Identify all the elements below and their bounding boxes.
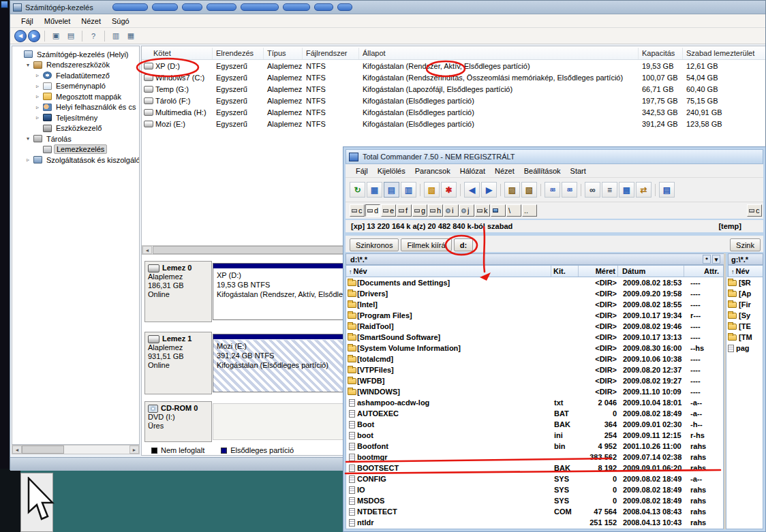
tree-item-3[interactable]: ▹Eseménynapló [12,81,139,92]
volume-row[interactable]: Windows7 (C:)EgyszerűAlaplemezNTFSKifogá… [142,72,765,83]
tc-menu-item-1[interactable]: Kijelölés [373,166,410,176]
file-row[interactable]: BootBAK3642009.09.01 02:30-h-- [346,419,723,430]
drive-button-\[interactable]: \ [506,204,521,217]
disk-label-box[interactable]: Lemez 0Alaplemez186,31 GBOnline [144,261,212,322]
column-header-dtum[interactable]: Dátum [618,266,684,277]
file-row[interactable]: bootmgr383 5622009.07.14 02:38rahs [346,452,723,463]
show-all-files-icon[interactable]: ✱ [441,182,457,198]
file-row[interactable]: [Documents and Settings]<DIR>2009.08.02 … [346,277,723,288]
tree-item-10[interactable]: ▹Szolgáltatások és kiszolgáló [12,155,139,166]
tree-expander-icon[interactable]: ▹ [34,93,41,99]
tc-menu-item-5[interactable]: Beállítások [519,166,566,176]
unpack-icon[interactable]: ▧ [521,182,537,198]
file-row[interactable]: ntldr251 1522008.04.13 10:43rahs [346,517,723,528]
refresh-icon[interactable]: ↻ [350,182,365,198]
file-row[interactable]: [WFDB]<DIR>2009.08.02 19:27---- [346,375,723,386]
file-row[interactable]: BOOTSECTBAK8 1922009.09.01 06:20rahs [346,463,723,473]
view-full-icon[interactable]: ▥ [401,182,416,198]
volume-column-header-4[interactable]: Állapot [359,48,639,59]
file-row[interactable]: [totalcmd]<DIR>2009.10.06 10:38---- [346,354,723,364]
drive-button-j[interactable]: j [459,204,474,217]
window-icon[interactable]: ▣ [49,29,63,43]
tc-titlebar[interactable]: Total Commander 7.50 - NEM REGISZTRÁLT [346,149,763,164]
user-button-1[interactable]: Filmek kiírá [401,238,451,251]
column-header-nv[interactable]: ↑Név [346,266,551,277]
drive-button-f[interactable]: f [397,204,412,217]
taskbar-button[interactable] [241,3,279,11]
right-file-row[interactable]: [TM [726,332,763,343]
right-panel-tab[interactable]: Szink [730,238,761,251]
tree-expander-icon[interactable]: ▾ [25,62,31,68]
tree-item-5[interactable]: ▹Helyi felhasználók és cs [12,102,139,113]
tree-item-4[interactable]: ▹Megosztott mappák [12,91,139,102]
ftp-new-connection-icon[interactable]: 88 [562,182,577,198]
file-row[interactable]: Bootfontbin4 9522001.10.26 11:00rahs [346,441,723,452]
document-icon[interactable]: ▤ [64,29,78,43]
tree-expander-icon[interactable]: ▹ [34,104,41,110]
file-row[interactable]: [Program Files]<DIR>2009.10.17 19:34r--- [346,310,723,321]
file-row[interactable]: NTDETECTCOM47 5642008.04.13 08:43rahs [346,506,723,517]
forward-icon[interactable]: ▶ [481,182,497,198]
right-file-row[interactable]: pag [726,343,763,354]
right-panel-drive-button[interactable]: c [747,204,762,217]
tree-hscrollbar[interactable]: ◄ ► [12,445,140,454]
back-icon[interactable]: ◀ [14,30,27,42]
tree-item-2[interactable]: ▹Feladatütemező [12,70,139,81]
history-dropdown-button[interactable]: ▾ [712,255,720,264]
favorites-star-button[interactable]: * [703,255,711,264]
right-file-row[interactable]: [Sy [726,310,763,321]
taskbar-button[interactable] [337,3,352,11]
drive-button-d[interactable]: d [365,204,380,217]
left-panel-path[interactable]: d:\*.* * ▾ [346,253,725,265]
scroll-left-icon[interactable]: ◄ [12,445,22,454]
pack-icon[interactable]: ▨ [504,182,520,198]
file-row[interactable]: [SmartSound Software]<DIR>2009.10.17 13:… [346,332,723,343]
tree-expander-icon[interactable]: ▹ [34,72,41,78]
help-icon[interactable]: ? [87,29,100,43]
tree-expander-icon[interactable]: ▹ [34,83,41,89]
back-icon[interactable]: ◀ [464,182,480,198]
cm-menu-item-3[interactable]: Súgó [106,16,135,27]
panes-icon[interactable]: ▦ [124,29,138,43]
tree-item-1[interactable]: ▾Rendszereszközök [12,60,139,71]
tree-item-7[interactable]: Eszközkezelő [12,123,139,134]
disk-label-box[interactable]: CD-ROM 0DVD (I:)Üres [144,401,212,442]
right-file-row[interactable]: [TE [726,321,763,332]
current-dir-tab[interactable]: d: [454,238,473,251]
volume-row[interactable]: Mozi (E:)EgyszerűAlaplemezNTFSKifogástal… [142,118,765,129]
taskbar-button[interactable] [112,3,148,11]
file-row[interactable]: [System Volume Information]<DIR>2009.08.… [346,343,723,354]
tree-expander-icon[interactable]: ▹ [34,114,41,121]
volume-column-header-1[interactable]: Elrendezés [213,48,264,59]
drive-button-net[interactable] [491,204,506,217]
drive-button-e[interactable]: e [381,204,396,217]
column-header-mret[interactable]: Méret [579,266,618,277]
cm-menu-item-2[interactable]: Nézet [76,16,106,27]
tc-menu-item-4[interactable]: Nézet [490,166,519,176]
search-icon[interactable]: ∞ [585,182,600,198]
file-row[interactable]: CONFIGSYS02009.08.02 18:49-a-- [346,473,723,484]
tc-menu-item-6[interactable]: Start [566,166,591,176]
ftp-connect-icon[interactable]: 88 [545,182,560,198]
view-brief-icon[interactable]: ▤ [384,182,399,198]
console-tree-icon[interactable]: ▥ [109,29,123,43]
tree-item-9[interactable]: Lemezkezelés [12,144,139,155]
volume-row[interactable]: Temp (G:)EgyszerűAlaplemezNTFSKifogástal… [142,83,765,95]
scroll-right-icon[interactable]: ► [129,445,139,454]
right-file-row[interactable]: [Fir [726,299,763,310]
drive-button-g[interactable]: g [412,204,427,217]
tc-menu-item-0[interactable]: Fájl [351,166,373,176]
right-file-row[interactable]: [$R [726,277,763,288]
sync-dirs-icon[interactable]: ⇄ [636,182,652,198]
scroll-left-icon[interactable]: ◄ [142,246,152,254]
view-thumbnails-icon[interactable]: ▦ [367,182,382,198]
file-row[interactable]: MSDOSSYS02009.08.02 18:49rahs [346,495,723,506]
file-row[interactable]: [Drivers]<DIR>2009.09.20 19:58---- [346,288,723,299]
user-button-0[interactable]: Szinkronos [350,238,399,251]
volume-column-header-6[interactable]: Szabad lemezterület [683,48,765,59]
taskbar-button[interactable] [182,3,202,11]
volume-column-header-5[interactable]: Kapacitás [639,48,683,59]
drive-button-c[interactable]: c [350,204,365,217]
panel-splitter[interactable] [724,253,726,529]
volume-column-header-2[interactable]: Típus [264,48,303,59]
